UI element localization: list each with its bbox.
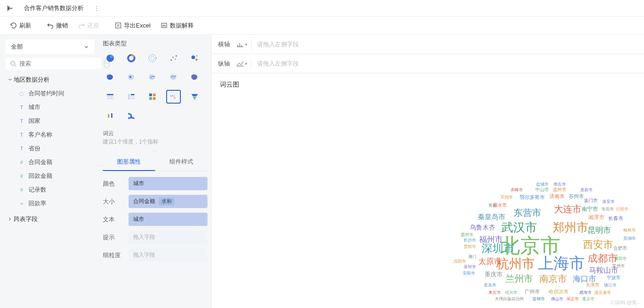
field-time[interactable]: ◌合同签约时间 [6, 87, 95, 100]
chevron-down-icon[interactable]: ▾ [245, 42, 247, 47]
wordcloud-word[interactable]: 贵阳市 [464, 245, 476, 249]
wordcloud-word[interactable]: 天津市 [586, 283, 599, 287]
vaxis-dropzone[interactable]: 请拖入左侧字段 [252, 60, 644, 68]
chart-type-funnel[interactable] [187, 90, 202, 104]
undo-button[interactable]: 撤销 [43, 20, 72, 32]
wordcloud-word[interactable]: 海口市 [573, 275, 596, 283]
resize-dots-icon[interactable]: ⋯ [103, 148, 207, 154]
vaxis-icon[interactable] [236, 60, 244, 67]
chart-type-donut[interactable] [124, 51, 139, 65]
redo-button[interactable]: 还原 [74, 20, 103, 32]
wordcloud-word[interactable]: 澳门 [468, 255, 476, 259]
wordcloud-word[interactable]: 沈阳市 [454, 259, 466, 264]
wordcloud-word[interactable]: 常州市 [612, 264, 625, 268]
back-icon[interactable] [6, 5, 14, 12]
chart-type-pie[interactable] [103, 51, 118, 65]
wordcloud-word[interactable]: 厦门市 [584, 198, 598, 203]
prop-size-value[interactable]: 合同金额求和 [129, 195, 207, 208]
wordcloud-word[interactable]: 成都市 [588, 253, 618, 264]
wordcloud-word[interactable]: 安阳市 [463, 271, 475, 275]
select-all-dropdown[interactable]: 全部 [6, 39, 95, 54]
wordcloud-word[interactable]: 苏州市 [569, 194, 584, 199]
wordcloud-word[interactable]: 赤峰市 [510, 188, 523, 192]
chart-type-scatter[interactable] [166, 51, 181, 65]
chart-type-boxplot[interactable] [103, 109, 118, 123]
wordcloud-word[interactable]: 盘锦市 [532, 297, 545, 301]
prop-text[interactable]: 文本 城市 [103, 213, 207, 226]
wordcloud-word[interactable]: 惠州市 [461, 233, 473, 237]
field-text[interactable]: T省份 [6, 142, 95, 155]
vaxis-row[interactable]: 纵轴 ▾ 请拖入左侧字段 [212, 54, 644, 73]
wordcloud-word[interactable]: 崇左市 [554, 182, 566, 187]
wordcloud-word[interactable]: 遵义市 [582, 297, 594, 301]
search-input-wrap[interactable] [6, 58, 101, 69]
tab-style[interactable]: 组件样式 [155, 154, 207, 171]
prop-tip[interactable]: 提示 拖入字段 [103, 231, 207, 244]
wordcloud-word[interactable]: 秦皇岛市 [478, 213, 505, 220]
tree-group-header[interactable]: 跨表字段 [6, 212, 95, 226]
explain-button[interactable]: 数据解释 [157, 20, 197, 32]
wordcloud-word[interactable]: 绍兴市 [505, 291, 517, 295]
wordcloud-word[interactable]: 广州市 [525, 289, 540, 294]
field-text[interactable]: T城市 [6, 100, 95, 114]
field-num[interactable]: #回款金额 [6, 169, 95, 183]
wordcloud-word[interactable]: 西安市 [583, 240, 613, 250]
chart-type-heatmap[interactable] [124, 71, 139, 84]
field-text[interactable]: T客户名称 [6, 128, 95, 142]
wordcloud-word[interactable]: 来宾市 [488, 291, 501, 295]
wordcloud-word[interactable]: 深圳市 [482, 243, 515, 254]
wordcloud-word[interactable]: 威海市 [579, 291, 592, 295]
wordcloud-word[interactable]: 芜湖市 [623, 236, 636, 241]
wordcloud-word[interactable]: 南宁市 [582, 206, 598, 212]
wordcloud-word[interactable]: 榆林市 [623, 228, 636, 232]
wordcloud-word[interactable]: 武汉市 [501, 221, 537, 233]
wordcloud-word[interactable]: 泉州市 [464, 265, 476, 269]
wordcloud-word[interactable]: 郑州市 [553, 221, 588, 233]
wordcloud-word[interactable]: 龙岩市 [580, 188, 593, 192]
haxis-dropzone[interactable]: 请拖入左侧字段 [252, 40, 644, 49]
chart-type-areamap[interactable] [187, 71, 202, 84]
wordcloud-word[interactable]: 宁波市 [607, 275, 621, 280]
prop-gran-value[interactable]: 拖入字段 [129, 248, 207, 262]
wordcloud-word[interactable]: 太原市 [478, 258, 502, 265]
chart-type-linemap[interactable] [166, 71, 181, 84]
chart-type-wordcloud[interactable]: cABD [166, 90, 181, 104]
prop-color[interactable]: 颜色 城市 [103, 177, 207, 190]
field-calc[interactable]: ≈回款率 [6, 197, 95, 210]
prop-text-value[interactable]: 城市 [129, 213, 207, 226]
chart-type-map[interactable] [103, 71, 118, 84]
wordcloud-word[interactable]: 盐城市 [536, 182, 549, 187]
haxis-icon[interactable] [236, 41, 244, 48]
wordcloud-word[interactable]: 哈尔滨市 [549, 289, 569, 294]
wordcloud-word[interactable]: 大连市 [554, 204, 582, 214]
wordcloud-word[interactable]: 淮安市 [602, 200, 615, 204]
wordcloud-word[interactable]: 昆明市 [588, 226, 611, 234]
wordcloud-word[interactable]: 福州市 [479, 236, 503, 243]
wordcloud-word[interactable]: 合肥市 [613, 246, 627, 251]
chart-type-sankey[interactable] [124, 109, 139, 123]
wordcloud-word[interactable]: 温州市 [553, 187, 566, 192]
wordcloud-word[interactable]: 南京市 [539, 274, 567, 283]
prop-color-value[interactable]: 城市 [129, 177, 207, 190]
tab-props[interactable]: 图形属性 [103, 154, 155, 171]
chart-type-matrix[interactable] [145, 90, 160, 104]
chart-type-bubble[interactable] [187, 51, 202, 65]
wordcloud-word[interactable]: 上海市 [538, 255, 585, 271]
chart-type-list[interactable] [124, 90, 139, 104]
chevron-down-icon[interactable]: ▾ [245, 61, 247, 66]
wordcloud-word[interactable]: 湘潭市 [588, 214, 605, 220]
wordcloud-word[interactable]: 长沙市 [464, 238, 476, 242]
more-icon[interactable]: ⋮ [94, 5, 100, 11]
wordcloud-word[interactable]: 香港 [488, 204, 497, 208]
refresh-button[interactable]: 刷新 [6, 20, 35, 32]
field-num[interactable]: #合同金额 [6, 155, 95, 169]
wordcloud-word[interactable]: 青岛市 [484, 283, 496, 287]
wordcloud-word[interactable]: 镇江市 [604, 283, 616, 287]
wordcloud-word[interactable]: 重庆市 [485, 271, 503, 277]
wordcloud-word[interactable]: 兰州市 [505, 274, 533, 283]
wordcloud-word[interactable]: 东莞市 [601, 207, 614, 211]
wordcloud-word[interactable]: 日照市 [616, 207, 628, 211]
wordcloud-word[interactable]: 莆田市 [614, 257, 627, 261]
wordcloud-word[interactable]: 宝鸡市 [500, 195, 513, 199]
wordcloud-word[interactable]: 东营市 [514, 208, 541, 217]
